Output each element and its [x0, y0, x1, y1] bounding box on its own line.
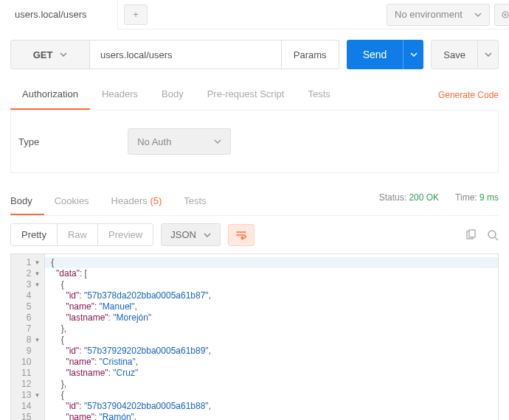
view-pretty[interactable]: Pretty [11, 224, 57, 245]
url-input[interactable] [90, 40, 282, 69]
time-label: Time: [455, 192, 477, 203]
view-row: Pretty Raw Preview JSON [10, 216, 499, 253]
code-gutter: 1▼2▼3▼45678▼910111213▼141516171819 [11, 254, 45, 420]
svg-rect-3 [469, 230, 475, 237]
send-button[interactable]: Send [347, 40, 404, 69]
time-value: 9 ms [479, 192, 499, 203]
tab-response-headers-label: Headers [111, 195, 148, 206]
format-select[interactable]: JSON [161, 223, 221, 246]
auth-type-label: Type [18, 136, 39, 147]
svg-point-4 [488, 231, 496, 238]
tab-authorization[interactable]: Authorization [10, 80, 90, 110]
wrap-icon [235, 230, 247, 240]
tab-response-tests[interactable]: Tests [184, 186, 218, 215]
save-dropdown[interactable] [478, 40, 499, 69]
method-label: GET [33, 49, 53, 60]
chevron-down-icon [474, 13, 482, 17]
status-label: Status: [379, 192, 406, 203]
view-preview[interactable]: Preview [97, 224, 153, 245]
response-tools [465, 229, 499, 241]
params-button[interactable]: Params [282, 40, 339, 69]
view-raw[interactable]: Raw [57, 224, 97, 245]
chevron-down-icon [204, 233, 211, 237]
save-button[interactable]: Save [431, 40, 478, 69]
search-button[interactable] [487, 229, 499, 241]
status-block: Status: 200 OK Time: 9 ms [379, 192, 499, 210]
add-tab-button[interactable]: + [124, 4, 148, 25]
copy-icon [465, 229, 477, 241]
tab-response-cookies[interactable]: Cookies [55, 186, 101, 215]
auth-type-select[interactable]: No Auth [128, 128, 231, 155]
format-label: JSON [170, 229, 196, 240]
headers-count: (5) [150, 195, 162, 206]
tab-prerequest[interactable]: Pre-request Script [195, 80, 297, 110]
svg-point-1 [505, 13, 507, 15]
copy-button[interactable] [465, 229, 477, 241]
chevron-down-icon [60, 52, 67, 57]
tab-headers[interactable]: Headers [90, 80, 150, 110]
environment-select[interactable]: No environment [387, 4, 490, 26]
environment-label: No environment [395, 9, 463, 20]
wrap-lines-button[interactable] [228, 224, 254, 246]
request-tab[interactable]: users.local/users [0, 0, 118, 29]
request-row: GET Params Send Save [10, 40, 499, 69]
request-tabs: Authorization Headers Body Pre-request S… [10, 80, 499, 111]
status-value: 200 OK [409, 192, 439, 203]
svg-line-5 [495, 237, 498, 240]
environment-settings-button[interactable] [494, 4, 509, 26]
chevron-down-icon [410, 52, 418, 57]
generate-code-link[interactable]: Generate Code [438, 81, 499, 109]
response-section: Body Cookies Headers (5) Tests Status: 2… [0, 176, 509, 420]
chevron-down-icon [214, 139, 221, 144]
send-dropdown[interactable] [403, 40, 423, 69]
view-mode-segment: Pretty Raw Preview [10, 223, 153, 246]
tab-tests[interactable]: Tests [296, 80, 342, 110]
tab-response-body[interactable]: Body [10, 186, 44, 215]
eye-icon [500, 10, 509, 20]
chevron-down-icon [485, 52, 492, 57]
tab-response-headers[interactable]: Headers (5) [111, 186, 174, 215]
response-tabs: Body Cookies Headers (5) Tests Status: 2… [10, 186, 499, 216]
tab-body[interactable]: Body [150, 80, 195, 110]
response-body-code[interactable]: 1▼2▼3▼45678▼910111213▼141516171819 { "da… [10, 253, 499, 420]
request-section: GET Params Send Save Authorization Heade… [0, 29, 509, 173]
code-content: { "data": [ { "id": "57b378da202bba0005a… [45, 254, 498, 420]
top-bar: users.local/users + No environment [0, 0, 509, 29]
search-icon [487, 229, 499, 241]
auth-type-value: No Auth [137, 136, 171, 147]
auth-panel: Type No Auth [10, 111, 499, 173]
method-select[interactable]: GET [10, 40, 90, 69]
